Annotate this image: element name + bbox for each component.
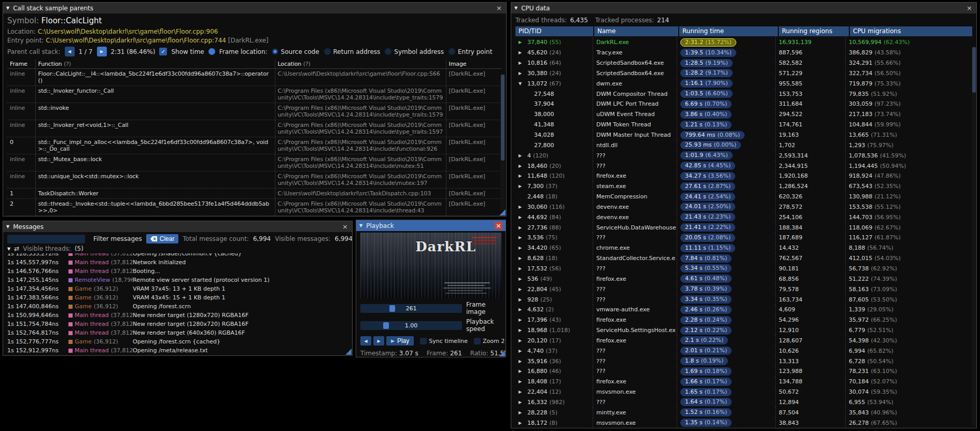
cpu-row[interactable]: ▶37,840(55)DarkRL.exe2:31.2(15.72%)16,93… <box>515 37 972 48</box>
resize-grip[interactable] <box>345 349 352 355</box>
cpu-row[interactable]: ▶28,228(5)mintty.exe1.52 s(0.16%)87,5043… <box>515 407 972 418</box>
scrollbar-thumb[interactable] <box>501 75 505 161</box>
playback-speed-slider[interactable]: 1.00 <box>360 321 462 330</box>
frame-location-radio[interactable]: Source code <box>272 48 319 55</box>
message-row[interactable]: 1s 147,255,145nsRemoteView(18,796)Remote… <box>3 276 352 284</box>
shuffle-icon[interactable]: ⇄ <box>14 245 19 252</box>
callstack-row[interactable]: inlinestd::unique_lock<std::mutex>::lock… <box>7 171 502 189</box>
clear-button[interactable]: Clear <box>146 234 179 243</box>
collapse-arrow-icon[interactable]: ▼ <box>359 223 362 228</box>
cpu-row[interactable]: ▶30,060(116)devenv.exe24.01 s(2.50%)278,… <box>515 202 972 212</box>
cpu-row[interactable]: ▶20,120(17)firefox.exe2.1 s(0.22%)128,60… <box>515 335 972 346</box>
frame-location-radio[interactable]: Symbol address <box>385 48 444 55</box>
running-time-column-header[interactable]: Running time <box>679 26 778 36</box>
callstack-row[interactable]: inlinestd::_Invoker_functor::_CallC:\Pro… <box>7 86 502 103</box>
cpu-row[interactable]: ▶17,396(43)firefox.exe2.28 s(0.24%)54,29… <box>515 315 972 325</box>
close-icon[interactable]: × <box>965 4 973 12</box>
message-filter-input[interactable] <box>7 235 85 243</box>
message-row[interactable]: 1s 147,354,456nsGame(36,912)VRAM 37x45: … <box>3 284 352 293</box>
scrollbar-thumb[interactable] <box>972 47 976 93</box>
cpu-data-titlebar[interactable]: ▼ CPU data × <box>511 3 976 13</box>
resize-grip[interactable] <box>499 350 505 356</box>
cpu-row[interactable]: ▶7,300(37)steam.exe27.61 s(2.87%)1,286,5… <box>515 181 972 192</box>
collapse-arrow-icon[interactable]: ▼ <box>514 6 517 10</box>
callstack-row[interactable]: inlinestd::_Invoker_ret<void,1>::_CallC:… <box>7 120 502 137</box>
expand-arrow-icon[interactable]: ▶ <box>519 297 525 302</box>
expand-arrow-icon[interactable]: ▶ <box>519 287 525 292</box>
expand-arrow-icon[interactable]: ▶ <box>519 410 525 415</box>
prev-callstack-button[interactable]: ◀ <box>65 47 75 56</box>
frame-column-header[interactable]: Frame <box>7 60 35 69</box>
playback-titlebar[interactable]: ▼ Playback × <box>356 220 506 231</box>
close-icon[interactable]: × <box>495 4 503 12</box>
callstack-row[interactable]: 2std::thread::_Invoke<std::tuple<<lambda… <box>7 199 502 216</box>
sync-timeline-checkbox[interactable] <box>420 338 427 344</box>
cpu-row[interactable]: ▶4,740(37)???2.01 s(0.21%)10,6266,994(65… <box>515 346 972 356</box>
message-row[interactable]: 1s 151,754,784nsMain thread(37,812)New r… <box>3 320 352 328</box>
prev-frame-button[interactable]: ◀ <box>360 336 371 346</box>
expand-arrow-icon[interactable]: ▶ <box>519 225 525 230</box>
function-column-header[interactable]: Function (?) <box>35 60 275 69</box>
expand-arrow-icon[interactable]: ▶ <box>519 174 525 178</box>
name-column-header[interactable]: Name <box>594 26 678 36</box>
collapse-arrow-icon[interactable]: ▼ <box>6 6 9 10</box>
callstack-scrollbar[interactable] <box>500 74 505 212</box>
next-callstack-button[interactable]: ▶ <box>97 47 107 56</box>
cpu-row[interactable]: ▶4,632(2)vmware-authd.exe2.46 s(0.26%)4,… <box>515 305 972 315</box>
cpu-row[interactable]: ▶16,332(982)???1.64 s(0.17%)12,8946,955(… <box>515 397 972 408</box>
expand-arrow-icon[interactable]: ▶ <box>519 369 525 373</box>
close-icon[interactable]: × <box>341 223 349 231</box>
cpu-row[interactable]: 41,348DWM Token Thread1.21 s(0.13%)174,7… <box>515 120 972 130</box>
cpu-row[interactable]: ▶4(120)???1:01.9(6.43%)2,593,3141,078,53… <box>515 150 972 161</box>
cpu-row[interactable]: 37,904DWM LPC Port Thread6.69 s(0.70%)31… <box>515 99 972 109</box>
callstack-row[interactable]: inlineFloor::CalcLight::__l4::<lambda_5b… <box>7 69 502 86</box>
cpu-row[interactable]: 27,548DWM Compositor Thread1:03.5(6.60%)… <box>515 89 972 99</box>
message-row[interactable]: 1s 153,116,377nsGame(36,912)Intro menu l… <box>3 355 352 355</box>
expand-arrow-icon[interactable]: ▶ <box>519 184 525 189</box>
play-button[interactable]: ▶ Play <box>386 336 414 346</box>
expand-arrow-icon[interactable]: ▶ <box>519 266 525 271</box>
cpu-row[interactable]: ▶18,408(17)firefox.exe1.66 s(0.17%)134,7… <box>515 377 972 387</box>
show-time-checkbox[interactable]: ✓ <box>159 48 167 55</box>
message-row[interactable]: 1s 150,994,646nsMain thread(37,812)New r… <box>3 311 352 320</box>
message-row[interactable]: 1s 146,576,766nsMain thread(37,812)Booti… <box>3 267 352 276</box>
expand-arrow-icon[interactable]: ▶ <box>519 338 525 343</box>
resize-grip[interactable] <box>499 209 506 216</box>
message-row[interactable]: 1s 147,383,566nsGame(36,912)VRAM 43x45: … <box>3 293 352 302</box>
cpu-migrations-column-header[interactable]: CPU migrations <box>850 26 972 36</box>
expand-arrow-icon[interactable]: ▶ <box>519 153 525 158</box>
messages-titlebar[interactable]: ▼ Messages × <box>3 221 352 232</box>
expand-arrow-icon[interactable]: ▶ <box>519 400 525 405</box>
expand-arrow-icon[interactable]: ▶ <box>519 256 525 261</box>
close-icon[interactable]: × <box>495 222 502 229</box>
callstack-row[interactable]: inlinestd::_Mutex_base::lockC:\Program F… <box>7 154 502 171</box>
expand-arrow-icon[interactable]: ▶ <box>519 379 525 384</box>
cpu-row[interactable]: ▶17,532(56)???5.34 s(0.55%)90,18156,738(… <box>515 264 972 274</box>
collapse-arrow-icon[interactable]: ▼ <box>6 224 9 229</box>
cpu-row[interactable]: ▶18,172(8)msvsmon.exe1.35 s(0.14%)38,843… <box>515 418 972 428</box>
cpu-row[interactable]: ▶3,536(75)???20.05 s(2.08%)187,689116,12… <box>515 233 972 243</box>
callstack-row[interactable]: 3beginthreadex[unknown][ucrtbase.dll] <box>7 216 502 217</box>
cpu-row[interactable]: 27,800ntdll.dll25.93 ms(0.00%)1,7021,293… <box>515 140 972 150</box>
cpu-row[interactable]: ▶536(49)firefox.exe4.61 s(0.48%)68,85651… <box>515 274 972 284</box>
expand-arrow-icon[interactable]: ▶ <box>519 390 525 394</box>
zoom-2x-checkbox[interactable] <box>474 338 481 344</box>
callstack-titlebar[interactable]: ▼ Call stack sample parents × <box>3 3 506 13</box>
expand-arrow-icon[interactable]: ▶ <box>519 50 525 55</box>
cpu-row[interactable]: 34,028DWM Master Input Thread799.64 ms(0… <box>515 130 972 140</box>
expand-arrow-icon[interactable]: ▶ <box>519 40 525 45</box>
cpu-row[interactable]: ▶30,380(24)ScriptedSandbox64.exe1:28.2(9… <box>515 68 972 79</box>
cpu-row[interactable]: ▶35,916(36)???1.8 s(0.19%)13,3136,728(50… <box>515 356 972 366</box>
cpu-row[interactable]: ▶11,648(120)firefox.exe34.27 s(3.56%)1,9… <box>515 171 972 181</box>
location-column-header[interactable]: Location (?) <box>275 60 446 69</box>
chevron-down-icon[interactable]: ▼ <box>7 247 10 251</box>
callstack-row[interactable]: 0std::_Func_impl_no_alloc<<lambda_5bc224… <box>7 137 502 154</box>
expand-arrow-icon[interactable]: ▶ <box>519 307 525 312</box>
function-header-hint[interactable]: (?) <box>64 61 71 67</box>
location-path[interactable]: C:\Users\wolf\Desktop\darkrl\src\game\fl… <box>38 28 218 35</box>
image-column-header[interactable]: Image <box>446 60 502 69</box>
callstack-row[interactable]: 1TaskDispatch::WorkerC:\Users\wolf\Deskt… <box>7 189 502 199</box>
cpu-row[interactable]: ▶45,620(24)Tracy.exe1:39.5(10.34%)887,59… <box>515 48 972 58</box>
cpu-row[interactable]: ▶22,804(45)???3.78 s(0.39%)79,57858,163(… <box>515 284 972 294</box>
cpu-row[interactable]: ▶18,460(20)???42.85 s(4.45%)2,344,9151,1… <box>515 161 972 171</box>
